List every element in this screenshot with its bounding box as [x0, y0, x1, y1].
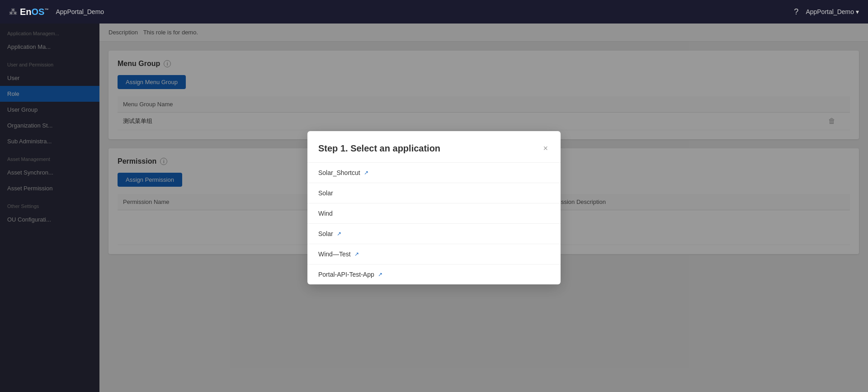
nav-left: ⁂ EnOS™ AppPortal_Demo — [9, 7, 104, 17]
app-list-item-wind-test[interactable]: Wind—Test ↗ — [307, 244, 561, 264]
user-menu[interactable]: AppPortal_Demo ▾ — [806, 8, 859, 15]
logo-icon: ⁂ — [9, 7, 16, 17]
logo: ⁂ EnOS™ — [9, 7, 48, 17]
help-icon[interactable]: ? — [794, 7, 798, 17]
external-link-icon: ↗ — [364, 170, 368, 176]
modal-close-button[interactable]: × — [541, 142, 550, 155]
modal-overlay[interactable]: Step 1. Select an application × Solar_Sh… — [0, 24, 868, 392]
app-name: AppPortal_Demo — [56, 8, 104, 15]
app-label-portal-api: Portal-API-Test-App — [318, 271, 374, 278]
select-application-modal: Step 1. Select an application × Solar_Sh… — [307, 131, 561, 284]
app-list-item-solar-shortcut[interactable]: Solar_Shortcut ↗ — [307, 163, 561, 183]
external-link-icon-solar: ↗ — [337, 231, 341, 237]
app-label-solar-ext: Solar — [318, 230, 333, 237]
modal-title: Step 1. Select an application — [318, 143, 440, 154]
modal-header: Step 1. Select an application × — [307, 131, 561, 162]
top-navigation: ⁂ EnOS™ AppPortal_Demo ? AppPortal_Demo … — [0, 0, 868, 24]
external-link-icon-wind-test: ↗ — [354, 251, 359, 257]
app-label-solar: Solar — [318, 189, 333, 197]
app-label-wind-test: Wind—Test — [318, 250, 351, 258]
app-label-solar-shortcut: Solar_Shortcut — [318, 169, 360, 176]
app-label-wind: Wind — [318, 210, 333, 217]
modal-body: Solar_Shortcut ↗ Solar Wind Solar ↗ Wind… — [307, 162, 561, 284]
external-link-icon-portal: ↗ — [378, 271, 382, 278]
nav-right: ? AppPortal_Demo ▾ — [794, 7, 859, 17]
app-list-item-solar-ext[interactable]: Solar ↗ — [307, 224, 561, 244]
app-list-item-wind[interactable]: Wind — [307, 203, 561, 224]
app-list-item-portal-api[interactable]: Portal-API-Test-App ↗ — [307, 264, 561, 284]
app-list-item-solar[interactable]: Solar — [307, 183, 561, 203]
logo-brand: EnOS™ — [20, 7, 48, 17]
